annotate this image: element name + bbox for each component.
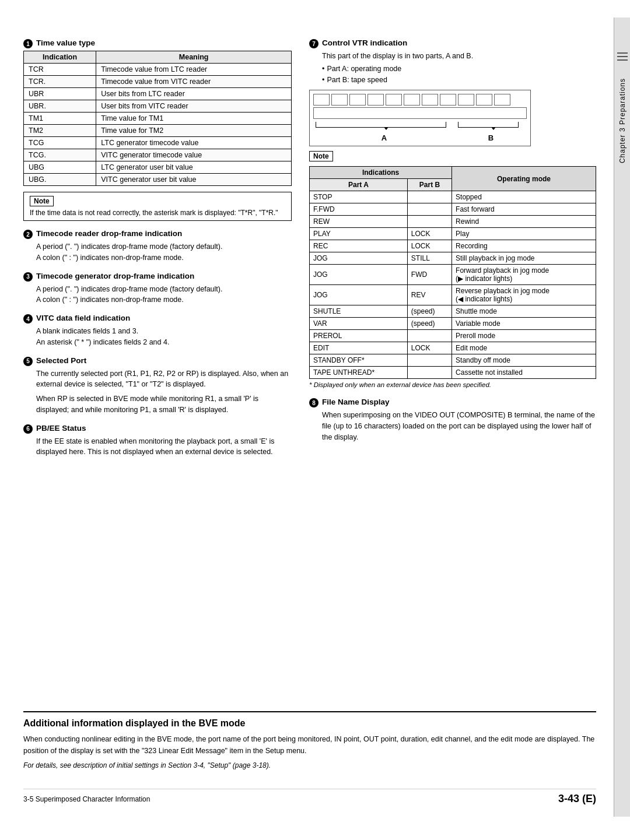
section1-num: 1 <box>23 39 33 48</box>
section7-header: 7 Control VTR indication <box>309 38 596 48</box>
section2-header: 2 Timecode reader drop-frame indication <box>23 229 292 239</box>
section7-note-label: Note <box>309 151 333 161</box>
footer-left: 3-5 Superimposed Character Information <box>23 795 150 803</box>
section7-num: 7 <box>309 39 318 48</box>
section4-header: 4 VITC data field indication <box>23 314 292 324</box>
table-row: JOGFWDForward playback in jog mode(▶ ind… <box>310 265 596 285</box>
section4-title: VITC data field indication <box>36 314 130 322</box>
section5-title: Selected Port <box>36 356 86 365</box>
footer-right: 3-43 (E) <box>558 793 596 805</box>
table-row: UBGLTC generator user bit value <box>24 161 292 174</box>
section6-title: PB/EE Status <box>36 424 86 433</box>
note-label-1: Note <box>30 196 54 206</box>
section5-body: The currently selected port (R1, P1, R2,… <box>36 368 292 416</box>
table-row: TAPE UNTHREAD*Cassette not installed <box>310 367 596 379</box>
diag-row-top <box>313 94 527 106</box>
section7-title: Control VTR indication <box>322 38 407 47</box>
section2-body: A period (". ") indicates drop-frame mod… <box>36 241 292 263</box>
section8-body: When superimposing on the VIDEO OUT (COM… <box>322 410 596 442</box>
section5-num: 5 <box>23 357 33 366</box>
section2-title: Timecode reader drop-frame indication <box>36 229 182 238</box>
section7-intro: This part of the display is in two parts… <box>322 51 596 62</box>
section4-body: A blank indicates fields 1 and 3. An ast… <box>36 326 292 348</box>
table-row: REWRewind <box>310 216 596 228</box>
table-row: PREROLPreroll mode <box>310 330 596 342</box>
table-row: STANDBY OFF*Standby off mode <box>310 354 596 367</box>
section1-note: Note If the time data is not read correc… <box>23 192 292 221</box>
section7-bullet1: Part A: operating mode <box>322 64 596 75</box>
table-row: JOGREVReverse playback in jog mode(◀ ind… <box>310 285 596 305</box>
section8-body1: When superimposing on the VIDEO OUT (COM… <box>322 410 596 442</box>
tab-decorations <box>617 52 628 61</box>
table-row: UBRUser bits from LTC reader <box>24 88 292 100</box>
section5-body1: The currently selected port (R1, P1, R2,… <box>36 368 292 391</box>
table-row: PLAYLOCKPlay <box>310 228 596 240</box>
chapter-label: Chapter 3 Preparations <box>618 78 626 163</box>
note-text-1: If the time data is not read correctly, … <box>30 209 285 217</box>
time-value-table: Indication Meaning TCRTimecode value fro… <box>23 51 292 186</box>
table-row: TCRTimecode value from LTC reader <box>24 64 292 76</box>
section7-body: This part of the display is in two parts… <box>322 51 596 85</box>
table-row: JOGSTILLStill playback in jog mode <box>310 252 596 265</box>
vtr-col-part-b: Part B <box>407 179 452 191</box>
section3-title: Timecode generator drop-frame indication <box>36 272 194 280</box>
table-row: EDITLOCKEdit mode <box>310 342 596 354</box>
bottom-section: Additional information displayed in the … <box>23 711 596 771</box>
section1-title: Time value type <box>36 38 95 47</box>
vtr-col-part-a: Part A <box>310 179 408 191</box>
table-row: UBR.User bits from VITC reader <box>24 100 292 113</box>
table-row: STOPStopped <box>310 191 596 203</box>
section6-body: If the EE state is enabled when monitori… <box>36 436 292 458</box>
section8-num: 8 <box>309 398 318 407</box>
table-row: TCR.Timecode value from VITC reader <box>24 76 292 88</box>
section5-header: 5 Selected Port <box>23 356 292 366</box>
section3-header: 3 Timecode generator drop-frame indicati… <box>23 272 292 282</box>
section4-body2: An asterisk (" * ") indicates fields 2 a… <box>36 337 292 348</box>
table-row: TM1Time value for TM1 <box>24 113 292 125</box>
section6-body1: If the EE state is enabled when monitori… <box>36 436 292 458</box>
section7-bullet2: Part B: tape speed <box>322 75 596 86</box>
section5-body2: When RP is selected in BVE mode while mo… <box>36 393 292 416</box>
section2-body1: A period (". ") indicates drop-frame mod… <box>36 241 292 252</box>
section4-num: 4 <box>23 314 33 324</box>
diag-row-bottom <box>313 107 527 119</box>
table-row: RECLOCKRecording <box>310 240 596 252</box>
table-row: VAR(speed)Variable mode <box>310 318 596 330</box>
table-row: TCGLTC generator timecode value <box>24 137 292 149</box>
section3-body1: A period (". ") indicates drop-frame mod… <box>36 284 292 295</box>
vtr-col-indications: Indications <box>310 167 452 179</box>
bottom-title: Additional information displayed in the … <box>23 718 596 729</box>
section3-body2: A colon (" : ") indicates non-drop-frame… <box>36 294 292 305</box>
section6-header: 6 PB/EE Status <box>23 424 292 434</box>
col-meaning: Meaning <box>96 51 292 64</box>
bottom-italic-note: For details, see description of initial … <box>23 760 596 771</box>
section6-num: 6 <box>23 424 33 434</box>
col-indication: Indication <box>24 51 96 64</box>
table-row: TM2Time value for TM2 <box>24 125 292 137</box>
section8-title: File Name Display <box>322 398 390 406</box>
bottom-body: When conducting nonlinear editing in the… <box>23 733 596 771</box>
vtr-table: Indications Operating mode Part A Part B… <box>309 166 596 379</box>
vtr-col-operating-mode: Operating mode <box>452 167 596 191</box>
vtr-asterisk-note: * Displayed only when an external device… <box>309 381 596 388</box>
diag-labels: A B <box>313 133 527 142</box>
section8-header: 8 File Name Display <box>309 398 596 407</box>
bottom-body-text: When conducting nonlinear editing in the… <box>23 733 596 757</box>
section1-header: 1 Time value type <box>23 38 292 48</box>
table-row: TCG.VITC generator timecode value <box>24 149 292 161</box>
section4-body1: A blank indicates fields 1 and 3. <box>36 326 292 337</box>
footer: 3-5 Superimposed Character Information 3… <box>23 789 596 805</box>
diag-label-b: B <box>488 133 494 142</box>
chapter-tab: Chapter 3 Preparations <box>614 17 630 817</box>
section2-num: 2 <box>23 230 33 239</box>
table-row: SHUTLE(speed)Shuttle mode <box>310 305 596 318</box>
section3-body: A period (". ") indicates drop-frame mod… <box>36 284 292 306</box>
diag-label-a: A <box>382 133 387 142</box>
section2-body2: A colon (" : ") indicates non-drop-frame… <box>36 252 292 263</box>
vtr-header-row: Indications Operating mode <box>310 167 596 179</box>
table-row: UBG.VITC generator user bit value <box>24 174 292 186</box>
display-diagram: A B <box>309 90 531 146</box>
section3-num: 3 <box>23 272 33 282</box>
table-row: F.FWDFast forward <box>310 203 596 216</box>
